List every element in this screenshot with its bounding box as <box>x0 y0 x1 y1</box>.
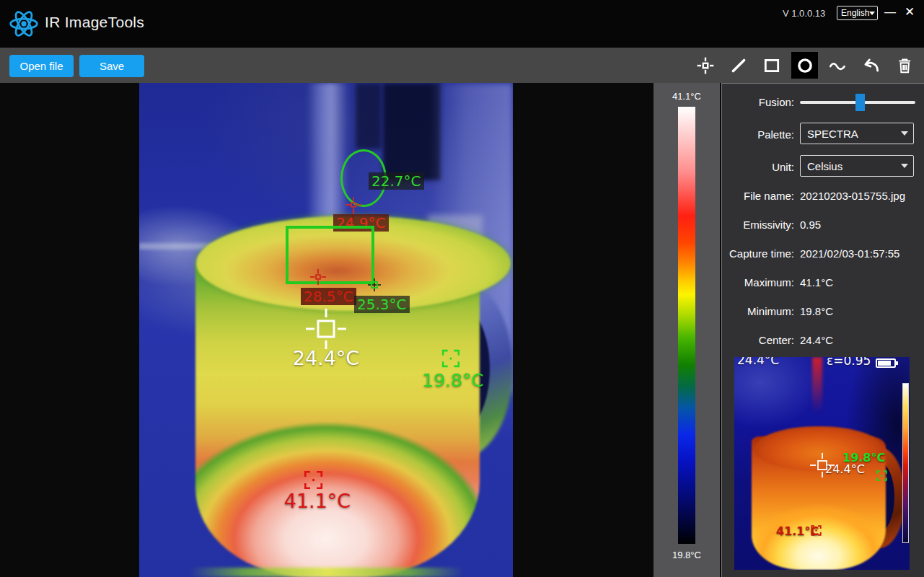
center-value: 24.4°C <box>800 334 833 347</box>
delete-tool[interactable] <box>891 52 918 79</box>
rectangle-icon <box>762 56 781 75</box>
center-label: Center: <box>722 334 794 347</box>
palette-value: SPECTRA <box>807 128 858 140</box>
capture-time-value: 2021/02/03-01:57:55 <box>800 247 899 260</box>
capture-time-label: Capture time: <box>722 247 794 260</box>
unit-label: Unit: <box>722 161 794 174</box>
min-temp-label: 19.8°C <box>422 370 484 391</box>
colorbar-min-label: 19.8°C <box>654 550 720 560</box>
palette-select[interactable]: SPECTRA <box>800 123 914 144</box>
unit-select[interactable]: Celsius <box>800 155 914 177</box>
file-name-value: 20210203-015755.jpg <box>800 190 905 203</box>
file-name-label: File name: <box>722 190 794 203</box>
unit-value: Celsius <box>807 160 842 172</box>
thumb-max-bracket-icon <box>811 525 822 536</box>
rect-corner-temp-label: 25.3°C <box>354 296 410 313</box>
fusion-slider-handle[interactable] <box>855 94 865 111</box>
minimum-value: 19.8°C <box>800 305 833 318</box>
minimum-label: Minimum: <box>722 305 794 318</box>
fusion-label: Fusion: <box>722 96 794 109</box>
undo-arrow-icon <box>862 56 881 75</box>
line-tool[interactable] <box>725 52 752 79</box>
settings-panel: Fusion: Palette: SPECTRA Unit: Celsius F… <box>721 83 924 577</box>
fusion-slider[interactable] <box>800 93 915 112</box>
emissivity-value: 0.95 <box>800 219 821 232</box>
undo-tool[interactable] <box>858 52 884 79</box>
emissivity-label: Emissivity: <box>722 219 794 232</box>
point-measure-tool[interactable] <box>692 52 718 79</box>
save-button[interactable]: Save <box>79 55 144 77</box>
chevron-down-icon <box>901 131 908 136</box>
title-bar: IR ImageTools V 1.0.0.13 English — ✕ <box>0 0 924 48</box>
app-window: IR ImageTools V 1.0.0.13 English — ✕ Ope… <box>0 0 924 577</box>
trash-icon <box>895 56 914 75</box>
rect-hot-marker-icon[interactable] <box>310 269 326 285</box>
maximum-label: Maximum: <box>722 276 794 289</box>
thumb-hot-streak <box>812 357 822 413</box>
chevron-down-icon <box>869 12 875 15</box>
thumb-colorbar <box>902 383 909 543</box>
toolbar: Open file Save <box>0 48 924 83</box>
ellipse-icon <box>796 56 814 75</box>
ellipse-tool[interactable] <box>791 52 818 79</box>
open-file-button[interactable]: Open file <box>9 55 74 77</box>
ellipse-roi-temp-label: 22.7°C <box>369 172 424 190</box>
minimize-button[interactable]: — <box>881 3 899 22</box>
tool-group <box>692 51 918 79</box>
min-point-bracket-icon[interactable] <box>441 349 460 368</box>
palette-label: Palette: <box>722 128 794 141</box>
version-label: V 1.0.0.13 <box>783 8 825 19</box>
thermal-bg-dark-block2 <box>356 83 382 149</box>
rect-hot-temp-label: 28.5°C <box>301 288 356 305</box>
mug-bottom-edge <box>190 568 464 577</box>
battery-icon <box>876 358 896 368</box>
maximum-value: 41.1°C <box>800 276 833 289</box>
source-thumbnail: 24.4°C ε=0.95 19.8°C 24.4°C 41.1°C <box>734 357 910 570</box>
thumb-min-bracket-icon <box>876 470 887 481</box>
max-point-bracket-icon[interactable] <box>304 470 323 490</box>
colorbar-panel: 41.1°C 19.8°C <box>654 83 720 577</box>
line-icon <box>729 56 748 75</box>
max-temp-label: 41.1°C <box>282 490 353 512</box>
rect-corner-handle-icon[interactable] <box>368 278 381 291</box>
wave-icon <box>828 56 848 75</box>
thermal-image-canvas[interactable]: 22.7°C 24.9°C 28.5°C 25.3°C <box>139 83 513 577</box>
app-title: IR ImageTools <box>45 14 144 31</box>
thumb-top-temp-label: 24.4°C <box>737 357 779 367</box>
center-temp-label: 24.4°C <box>283 347 369 369</box>
language-value: English <box>841 8 869 18</box>
curve-tool[interactable] <box>824 52 851 79</box>
colorbar-max-label: 41.1°C <box>654 91 720 102</box>
colorbar-gradient <box>678 107 695 544</box>
language-select[interactable]: English <box>837 6 878 20</box>
thumb-center-temp-label: 24.4°C <box>825 462 865 476</box>
atom-logo-icon <box>8 8 40 40</box>
center-crosshair-icon[interactable] <box>306 309 346 349</box>
rectangle-roi[interactable] <box>286 226 374 284</box>
close-button[interactable]: ✕ <box>900 3 919 22</box>
rectangle-tool[interactable] <box>758 52 785 79</box>
chevron-down-icon <box>901 164 908 168</box>
thumb-emissivity-label: ε=0.95 <box>827 357 871 368</box>
point-crosshair-icon <box>696 56 715 75</box>
